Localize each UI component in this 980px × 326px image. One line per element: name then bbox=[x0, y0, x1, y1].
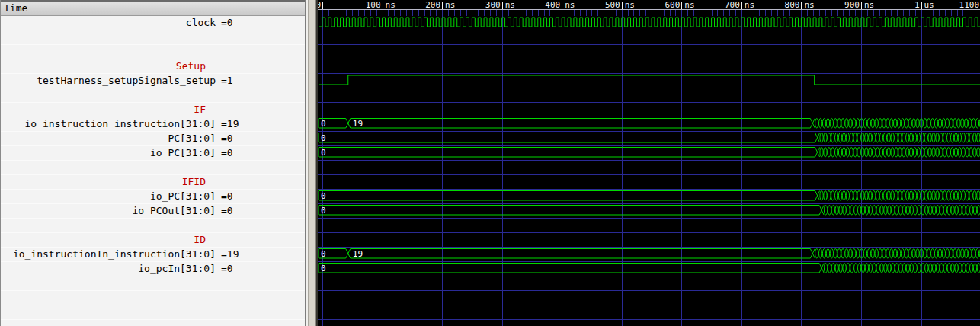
blank-row bbox=[1, 30, 305, 45]
time-header: Time bbox=[1, 0, 305, 16]
bus-value-label: 0 bbox=[321, 191, 326, 201]
signal-value: =0 bbox=[221, 132, 233, 145]
group-label: Setup bbox=[176, 59, 206, 73]
blank-row bbox=[1, 219, 305, 233]
signal-row[interactable]: io_PCOut[31:0]=0 bbox=[1, 204, 305, 219]
group-label-row[interactable]: Setup bbox=[1, 59, 305, 74]
signal-row[interactable]: io_instruction_instruction[31:0]=19 bbox=[1, 117, 305, 132]
wave-panel[interactable]: 01900000190 0100ns200ns300ns400ns500ns60… bbox=[318, 0, 980, 326]
bus-value-label: 0 bbox=[321, 148, 326, 158]
bus-value-label: 19 bbox=[353, 119, 363, 129]
signal-row[interactable]: clock=0 bbox=[1, 16, 305, 30]
blank-row bbox=[1, 45, 305, 59]
signal-name: PC[31:0] bbox=[168, 132, 216, 145]
blank-row bbox=[1, 291, 305, 305]
signal-value: =1 bbox=[221, 74, 233, 88]
group-label-row[interactable]: IF bbox=[1, 103, 305, 117]
signal-name: io_pcIn[31:0] bbox=[138, 262, 216, 276]
signal-row[interactable]: io_PC[31:0]=0 bbox=[1, 190, 305, 204]
signal-name: io_PC[31:0] bbox=[150, 190, 216, 203]
group-label-row[interactable]: IFID bbox=[1, 175, 305, 190]
signal-value: =0 bbox=[221, 16, 233, 30]
bus-value-label: 0 bbox=[321, 249, 326, 259]
bus-value-label: 0 bbox=[321, 133, 326, 143]
bus-value-label: 0 bbox=[321, 119, 326, 129]
signals-panel: Time clock=0SetuptestHarness_setupSignal… bbox=[0, 0, 305, 326]
signal-name: clock bbox=[186, 16, 216, 30]
signal-row[interactable]: io_instructionIn_instruction[31:0]=19 bbox=[1, 248, 305, 262]
signal-row[interactable]: io_PC[31:0]=0 bbox=[1, 146, 305, 161]
signal-name: io_PC[31:0] bbox=[150, 146, 216, 160]
timeline: 0100ns200ns300ns400ns500ns600ns700ns800n… bbox=[318, 0, 980, 9]
group-label: IF bbox=[194, 103, 206, 117]
signal-value: =0 bbox=[221, 262, 233, 276]
blank-row bbox=[1, 276, 305, 291]
signal-row[interactable]: testHarness_setupSignals_setup=1 bbox=[1, 74, 305, 88]
signal-row[interactable]: PC[31:0]=0 bbox=[1, 132, 305, 146]
blank-row bbox=[1, 305, 305, 320]
signal-name: io_PCOut[31:0] bbox=[132, 204, 216, 218]
group-label: IFID bbox=[182, 175, 206, 189]
blank-row bbox=[1, 161, 305, 175]
signal-name: testHarness_setupSignals_setup bbox=[37, 74, 216, 88]
bus-value-label: 0 bbox=[321, 264, 326, 273]
signal-name: io_instructionIn_instruction[31:0] bbox=[13, 248, 216, 261]
group-label: ID bbox=[194, 233, 206, 247]
blank-row bbox=[1, 88, 305, 103]
bus-value-label: 0 bbox=[321, 206, 326, 216]
signals-scrollbar[interactable] bbox=[305, 0, 318, 326]
signal-name: io_instruction_instruction[31:0] bbox=[25, 117, 216, 131]
signal-row[interactable]: io_pcIn[31:0]=0 bbox=[1, 262, 305, 276]
signal-value: =0 bbox=[221, 190, 233, 203]
gtkwave-window: Time clock=0SetuptestHarness_setupSignal… bbox=[0, 0, 980, 326]
bus-value-label: 19 bbox=[353, 249, 363, 259]
signal-list: clock=0SetuptestHarness_setupSignals_set… bbox=[1, 16, 305, 320]
group-label-row[interactable]: ID bbox=[1, 233, 305, 248]
signal-value: =0 bbox=[221, 204, 233, 218]
signal-value: =19 bbox=[221, 117, 239, 131]
signal-value: =0 bbox=[221, 146, 233, 160]
signal-value: =19 bbox=[221, 248, 239, 261]
waveform-canvas[interactable]: 01900000190 bbox=[318, 0, 980, 326]
